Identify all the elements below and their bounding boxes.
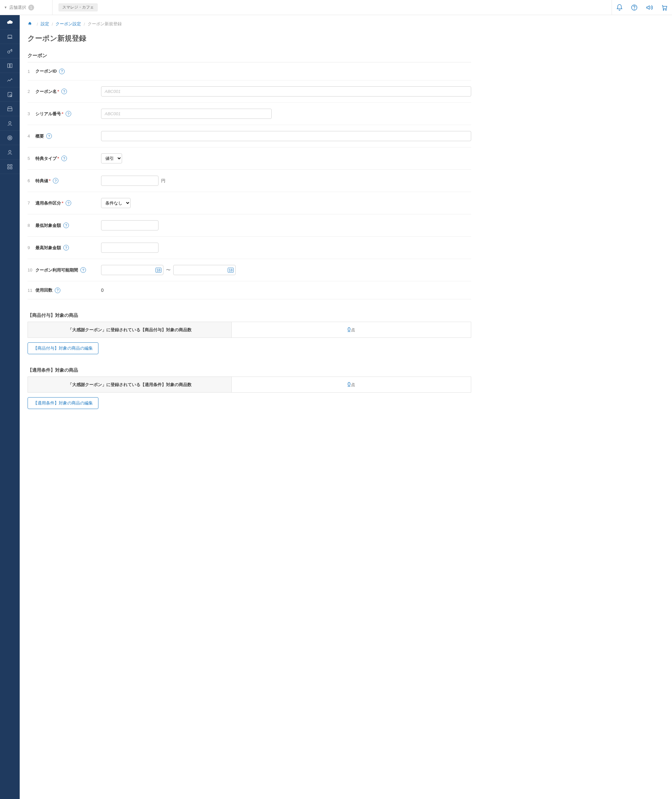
apply-cond-select[interactable]: 条件なし xyxy=(101,198,131,208)
apply-cond-count-cell: 0点 xyxy=(232,377,471,392)
announcement-icon[interactable] xyxy=(642,0,657,15)
content: / 設定 / クーポン設定 / クーポン新規登録 クーポン新規登録 クーポン 1… xyxy=(20,15,479,429)
product-grant-table: 「大感謝クーポン」に登録されている【商品付与】対象の商品数 0点 xyxy=(27,322,471,338)
row-serial: 3 シリアル番号*? xyxy=(27,103,471,125)
svg-point-11 xyxy=(10,138,10,138)
date-range-sep: 〜 xyxy=(166,267,171,273)
row-label: 概要? xyxy=(35,133,101,139)
row-num: 8 xyxy=(27,223,35,228)
apply-cond-desc: 「大感謝クーポン」に登録されている【適用条件】対象の商品数 xyxy=(28,377,232,392)
top-icons xyxy=(612,0,672,15)
row-num: 5 xyxy=(27,156,35,161)
row-num: 10 xyxy=(27,267,35,272)
row-benefit-value: 6 特典値*? 円 xyxy=(27,170,471,192)
help-icon[interactable] xyxy=(627,0,642,15)
sidebar-item-book[interactable] xyxy=(0,58,20,73)
help-icon[interactable]: ? xyxy=(46,133,52,139)
use-count-value: 0 xyxy=(101,288,104,293)
row-field xyxy=(101,109,471,119)
row-coupon-name: 2 クーポン名*? xyxy=(27,80,471,103)
svg-point-12 xyxy=(9,151,11,153)
breadcrumb: / 設定 / クーポン設定 / クーポン新規登録 xyxy=(27,21,471,27)
product-grant-section: 【商品付与】対象の商品 「大感謝クーポン」に登録されている【商品付与】対象の商品… xyxy=(27,312,471,354)
home-icon[interactable] xyxy=(27,21,32,27)
required-mark: * xyxy=(58,89,59,94)
help-icon[interactable]: ? xyxy=(61,89,67,94)
sidebar-item-staff[interactable] xyxy=(0,116,20,131)
min-amount-input[interactable] xyxy=(101,220,158,231)
sidebar-item-customer[interactable] xyxy=(0,145,20,160)
svg-point-2 xyxy=(663,10,664,11)
row-label: クーポン名*? xyxy=(35,89,101,94)
row-num: 3 xyxy=(27,111,35,116)
apply-cond-table: 「大感謝クーポン」に登録されている【適用条件】対象の商品数 0点 xyxy=(27,376,471,392)
breadcrumb-sep: / xyxy=(37,22,38,27)
benefit-value-input[interactable] xyxy=(101,176,158,186)
help-icon[interactable]: ? xyxy=(63,245,69,250)
apply-cond-edit-button[interactable]: 【適用条件】対象の商品の編集 xyxy=(27,397,98,409)
row-min-amount: 8 最低対象金額? xyxy=(27,215,471,237)
breadcrumb-sep: / xyxy=(84,22,85,27)
row-num: 1 xyxy=(27,69,35,74)
row-label: 特典タイプ*? xyxy=(35,155,101,162)
required-mark: * xyxy=(62,200,63,205)
date-to-input[interactable] xyxy=(173,265,235,275)
help-icon[interactable]: ? xyxy=(66,200,71,206)
breadcrumb-coupon-settings[interactable]: クーポン設定 xyxy=(56,21,81,27)
row-label: 最高対象金額? xyxy=(35,245,101,251)
row-field: 0 xyxy=(101,288,471,293)
required-mark: * xyxy=(49,178,51,183)
sidebar-item-key[interactable] xyxy=(0,44,20,58)
help-icon[interactable]: ? xyxy=(55,288,60,293)
row-num: 2 xyxy=(27,89,35,94)
current-store-pill[interactable]: スマレジ・カフェ xyxy=(58,3,98,11)
date-from-input[interactable] xyxy=(101,265,163,275)
row-benefit-type: 5 特典タイプ*? 値引 xyxy=(27,147,471,170)
help-icon[interactable]: ? xyxy=(63,223,69,228)
help-icon[interactable]: ? xyxy=(59,69,65,74)
svg-rect-13 xyxy=(8,165,9,166)
row-apply-cond: 7 適用条件区分*? 条件なし xyxy=(27,192,471,215)
serial-input[interactable] xyxy=(101,109,272,119)
help-icon[interactable]: ? xyxy=(66,111,71,117)
apply-cond-section: 【適用条件】対象の商品 「大感謝クーポン」に登録されている【適用条件】対象の商品… xyxy=(27,367,471,409)
row-num: 6 xyxy=(27,178,35,183)
product-grant-title: 【商品付与】対象の商品 xyxy=(27,312,471,319)
row-label: シリアル番号*? xyxy=(35,111,101,117)
help-icon[interactable]: ? xyxy=(61,155,67,161)
benefit-type-select[interactable]: 値引 xyxy=(101,153,122,163)
help-icon[interactable]: ? xyxy=(80,267,86,273)
row-field: 円 xyxy=(101,176,471,186)
help-icon[interactable]: ? xyxy=(53,178,58,184)
sidebar-item-report[interactable] xyxy=(0,87,20,102)
max-amount-input[interactable] xyxy=(101,243,158,253)
notifications-icon[interactable] xyxy=(612,0,627,15)
sidebar-item-cloud[interactable] xyxy=(0,15,20,30)
row-summary: 4 概要? xyxy=(27,125,471,147)
required-mark: * xyxy=(58,156,59,161)
row-field: 18 〜 18 xyxy=(101,265,471,275)
product-grant-count-cell: 0点 xyxy=(232,322,471,338)
svg-point-9 xyxy=(8,136,12,140)
summary-input[interactable] xyxy=(101,131,471,141)
row-period: 10 クーポン利用可能期間? 18 〜 18 xyxy=(27,259,471,281)
row-field xyxy=(101,220,471,231)
sidebar-item-apps[interactable] xyxy=(0,160,20,174)
apply-cond-title: 【適用条件】対象の商品 xyxy=(27,367,471,373)
product-grant-desc: 「大感謝クーポン」に登録されている【商品付与】対象の商品数 xyxy=(28,322,232,338)
sidebar-item-analytics[interactable] xyxy=(0,73,20,87)
coupon-name-input[interactable] xyxy=(101,86,471,96)
row-label: クーポンID? xyxy=(35,68,101,74)
store-select[interactable]: ▼ 店舗選択 1 xyxy=(0,0,53,15)
coupon-section-title: クーポン xyxy=(27,53,471,59)
product-grant-count-link[interactable]: 0 xyxy=(347,327,350,332)
apply-cond-count-link[interactable]: 0 xyxy=(347,381,350,387)
cart-icon[interactable] xyxy=(657,0,672,15)
sidebar-item-store[interactable] xyxy=(0,102,20,116)
product-grant-edit-button[interactable]: 【商品付与】対象の商品の編集 xyxy=(27,343,98,354)
sidebar-item-register[interactable] xyxy=(0,30,20,44)
row-label: クーポン利用可能期間? xyxy=(35,267,101,273)
sidebar-item-target[interactable] xyxy=(0,131,20,145)
row-field xyxy=(101,131,471,141)
breadcrumb-settings[interactable]: 設定 xyxy=(41,21,49,27)
